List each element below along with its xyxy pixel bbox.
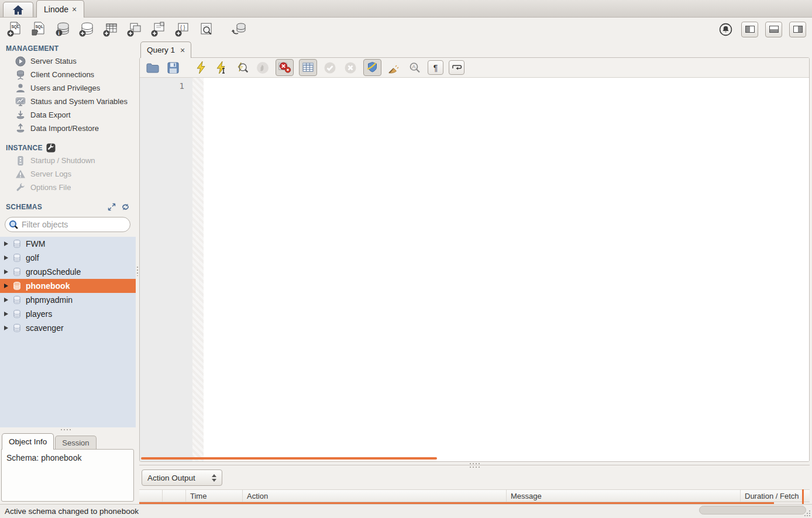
stop-query-icon[interactable] [255, 60, 270, 75]
object-info-panel: Schema: phonebook [1, 449, 134, 502]
column-time[interactable]: Time [186, 490, 243, 502]
open-file-icon[interactable] [145, 60, 160, 75]
resize-grip-icon[interactable] [804, 510, 811, 517]
expand-caret-icon[interactable] [4, 241, 8, 246]
query-tab[interactable]: Query 1 × [140, 42, 191, 58]
toggle-word-wrap-button[interactable] [449, 60, 465, 75]
schema-icon [12, 309, 22, 319]
sidebar-item-server-status[interactable]: Server Status [0, 54, 136, 68]
home-icon [12, 5, 24, 15]
output-view-select[interactable]: Action Output [142, 469, 222, 486]
schema-filter-box [5, 217, 130, 232]
sql-code-area[interactable] [204, 78, 809, 461]
save-icon[interactable] [166, 60, 181, 75]
sidebar-item-server-logs[interactable]: Server Logs [0, 167, 136, 181]
execute-statement-icon[interactable] [194, 60, 209, 75]
server-logs-icon [15, 169, 26, 179]
commit-icon[interactable] [322, 60, 338, 75]
statusbar-hscroll-thumb[interactable] [699, 506, 806, 514]
sidebar-item-data-export[interactable]: Data Export [0, 108, 136, 122]
expand-caret-icon[interactable] [4, 326, 8, 330]
explain-plan-icon[interactable] [235, 60, 250, 75]
search-data-icon[interactable] [198, 20, 215, 38]
column-icon[interactable] [139, 490, 163, 502]
create-view-icon[interactable] [126, 20, 143, 38]
select-spinner-icon [212, 474, 216, 482]
toggle-auto-commit-button[interactable] [363, 59, 381, 76]
create-function-icon[interactable]: { } [174, 20, 191, 38]
client-connections-icon [15, 70, 26, 80]
expand-caret-icon[interactable] [4, 312, 8, 316]
startup-shutdown-icon [15, 156, 26, 166]
reconnect-dbms-icon[interactable] [230, 20, 247, 38]
schemas-section-title: SCHEMAS [6, 201, 42, 213]
sidebar-item-status-system-variables[interactable]: Status and System Variables [0, 95, 136, 108]
column-index[interactable] [163, 490, 186, 502]
connection-tab[interactable]: Linode × [36, 0, 84, 18]
notifications-icon[interactable] [717, 20, 734, 38]
column-message[interactable]: Message [507, 490, 741, 502]
create-schema-icon[interactable] [78, 20, 95, 38]
close-tab-icon[interactable]: × [72, 5, 77, 14]
schema-icon [12, 267, 22, 277]
status-message: Active schema changed to phonebook [5, 507, 139, 516]
expand-caret-icon[interactable] [4, 298, 8, 302]
open-sql-script-icon[interactable]: SQL [30, 20, 47, 38]
output-splitter[interactable] [139, 462, 810, 468]
close-query-tab-icon[interactable]: × [180, 46, 185, 55]
svg-text:i: i [58, 30, 60, 36]
toggle-stop-on-error-button[interactable] [276, 59, 294, 76]
tab-object-info[interactable]: Object Info [2, 433, 54, 450]
refresh-schemas-icon[interactable] [121, 203, 130, 211]
column-duration[interactable]: Duration / Fetch [741, 490, 810, 502]
schema-row-groupschedule[interactable]: groupSchedule [0, 265, 136, 279]
server-status-icon [15, 56, 26, 67]
execute-current-statement-icon[interactable] [214, 60, 229, 75]
code-fold-strip [192, 78, 204, 461]
limit-rows-toggle-button[interactable] [299, 59, 317, 76]
schema-row-scavenger[interactable]: scavenger [0, 321, 136, 335]
sidebar-item-options-file[interactable]: Options File [0, 181, 136, 194]
column-action[interactable]: Action [243, 490, 507, 502]
sidebar: MANAGEMENT Server Status Client Connecti… [0, 41, 136, 504]
schema-row-fwm[interactable]: FWM [0, 237, 136, 251]
data-export-icon [15, 110, 26, 120]
schema-icon [12, 323, 22, 333]
status-bar: Active schema changed to phonebook [0, 504, 812, 518]
rollback-icon[interactable] [343, 60, 358, 75]
toggle-left-sidebar-button[interactable] [741, 22, 758, 37]
schema-row-phpmyadmin[interactable]: phpmyadmin [0, 293, 136, 307]
expand-caret-icon[interactable] [4, 270, 8, 274]
tab-session[interactable]: Session [55, 436, 96, 449]
system-variables-icon [15, 96, 26, 107]
sidebar-item-startup-shutdown[interactable]: Startup / Shutdown [0, 154, 136, 167]
expand-schemas-icon[interactable] [108, 203, 116, 211]
schema-filter-input[interactable] [22, 220, 126, 229]
editor-hscrollbar[interactable] [141, 457, 437, 460]
new-sql-tab-icon[interactable]: SQL [6, 20, 23, 38]
sidebar-item-data-import[interactable]: Data Import/Restore [0, 122, 136, 135]
create-table-icon[interactable] [102, 20, 119, 38]
main-area: Query 1 × [139, 41, 812, 504]
query-database-info-icon[interactable]: i [54, 20, 71, 38]
main-toolbar: SQL SQL i { } [0, 18, 812, 41]
create-stored-procedure-icon[interactable] [150, 20, 167, 38]
sql-editor: A ¶ 1 [139, 57, 810, 462]
toggle-invisible-characters-button[interactable]: ¶ [428, 60, 443, 75]
users-icon [15, 83, 26, 94]
expand-caret-icon[interactable] [4, 284, 8, 288]
toggle-right-sidebar-button[interactable] [789, 22, 806, 37]
schema-row-golf[interactable]: golf [0, 251, 136, 265]
schema-icon [12, 295, 22, 305]
output-vscrollbar[interactable] [802, 489, 804, 504]
schema-row-players[interactable]: players [0, 307, 136, 321]
beautify-query-icon[interactable] [387, 60, 402, 75]
find-icon[interactable]: A [407, 60, 422, 75]
sidebar-item-users-and-privileges[interactable]: Users and Privileges [0, 81, 136, 95]
toggle-bottom-panel-button[interactable] [765, 22, 782, 37]
expand-caret-icon[interactable] [4, 255, 8, 260]
sidebar-item-client-connections[interactable]: Client Connections [0, 68, 136, 81]
sidebar-bottom-splitter[interactable] [0, 427, 136, 433]
home-tab[interactable] [3, 2, 33, 17]
schema-row-phonebook[interactable]: phonebook [0, 279, 136, 293]
